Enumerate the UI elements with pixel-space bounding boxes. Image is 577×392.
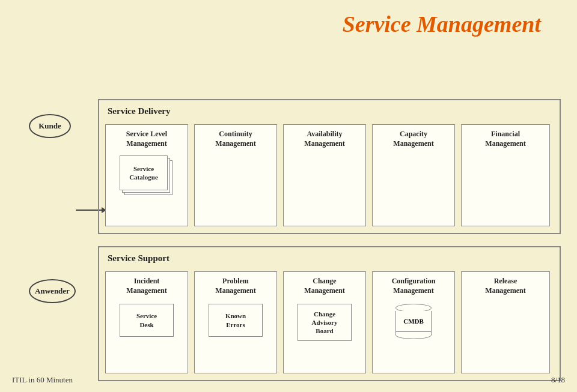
configuration-cell: ConfigurationManagement CMDB	[372, 271, 455, 373]
change-title: ChangeManagement	[302, 277, 347, 295]
slm-cell: Service LevelManagement ServiceCatalogue	[105, 124, 188, 226]
service-desk-item: ServiceDesk	[120, 304, 174, 337]
cab-item: ChangeAdvisoryBoard	[298, 304, 352, 341]
capacity-cell: CapacityManagement	[372, 124, 455, 226]
catalogue-front: ServiceCatalogue	[120, 155, 168, 190]
known-errors-item: KnownErrors	[209, 304, 263, 337]
service-support-label: Service Support	[108, 253, 169, 264]
incident-cell: IncidentManagement ServiceDesk	[105, 271, 188, 373]
release-cell: ReleaseManagement	[461, 271, 550, 373]
cmdb-label: CMDB	[403, 318, 424, 325]
service-delivery-label: Service Delivery	[108, 106, 171, 116]
footer-left: ITIL in 60 Minuten	[12, 375, 73, 385]
continuity-title: ContinuityManagement	[213, 130, 258, 148]
financial-cell: FinancialManagement	[461, 124, 550, 226]
service-catalogue-stack: ServiceCatalogue	[120, 155, 174, 198]
slm-title: Service LevelManagement	[124, 130, 169, 148]
problem-title: ProblemManagement	[213, 277, 258, 295]
financial-title: FinancialManagement	[483, 130, 528, 148]
release-title: ReleaseManagement	[483, 277, 528, 295]
continuity-cell: ContinuityManagement	[194, 124, 277, 226]
anwender-actor: Anwender	[29, 279, 76, 303]
cylinder-bottom	[395, 331, 432, 339]
change-cell: ChangeManagement ChangeAdvisoryBoard	[283, 271, 366, 373]
capacity-title: CapacityManagement	[391, 130, 436, 148]
configuration-title: ConfigurationManagement	[389, 277, 438, 295]
kunde-actor: Kunde	[29, 114, 71, 138]
service-delivery-box: Service Delivery Service LevelManagement…	[98, 99, 561, 234]
availability-title: AvailabilityManagement	[302, 130, 347, 148]
availability-cell: AvailabilityManagement	[283, 124, 366, 226]
problem-cell: ProblemManagement KnownErrors	[194, 271, 277, 373]
cylinder-body: CMDB	[395, 311, 432, 332]
incident-title: IncidentManagement	[124, 277, 169, 295]
page-title: Service Management	[343, 11, 541, 37]
service-support-box: Service Support IncidentManagement Servi…	[98, 246, 561, 381]
cmdb-cylinder: CMDB	[395, 304, 432, 339]
footer-right: 8/18	[551, 375, 565, 385]
